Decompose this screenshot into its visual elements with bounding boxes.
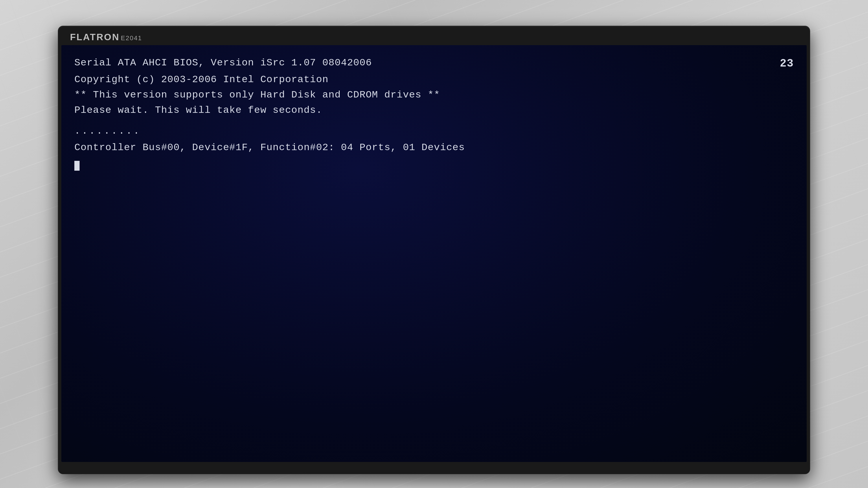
monitor-frame: FLATRONE2041 Serial ATA AHCI BIOS, Versi… [58,26,810,474]
bios-line-1: Serial ATA AHCI BIOS, Version iSrc 1.07 … [74,55,794,72]
bios-counter: 23 [774,55,794,72]
bios-dots: ......... [74,124,794,139]
bios-cursor [74,161,80,171]
bios-line-3-text: ** This version supports only Hard Disk … [74,87,794,103]
bios-dots-text: ......... [74,126,141,136]
bios-cursor-line [74,155,794,171]
monitor-brand: FLATRONE2041 [70,32,142,42]
monitor-screen: Serial ATA AHCI BIOS, Version iSrc 1.07 … [61,45,807,462]
bios-line-1-text: Serial ATA AHCI BIOS, Version iSrc 1.07 … [74,55,774,72]
bios-controller-line: Controller Bus#00, Device#1F, Function#0… [74,140,794,155]
monitor-top-bezel: FLATRONE2041 [61,29,807,45]
brand-model: E2041 [121,34,142,42]
brand-name: FLATRON [70,32,120,42]
bios-line-2-text: Copyright (c) 2003-2006 Intel Corporatio… [74,72,794,87]
bios-controller-text: Controller Bus#00, Device#1F, Function#0… [74,142,465,153]
bios-line-4-text: Please wait. This will take few seconds. [74,103,794,118]
monitor-bottom-bezel [61,462,807,470]
bios-line-3: ** This version supports only Hard Disk … [74,87,794,103]
bios-line-4: Please wait. This will take few seconds. [74,103,794,118]
bios-line-2: Copyright (c) 2003-2006 Intel Corporatio… [74,72,794,87]
screen-content: Serial ATA AHCI BIOS, Version iSrc 1.07 … [61,45,807,462]
bios-output: Serial ATA AHCI BIOS, Version iSrc 1.07 … [74,55,794,171]
